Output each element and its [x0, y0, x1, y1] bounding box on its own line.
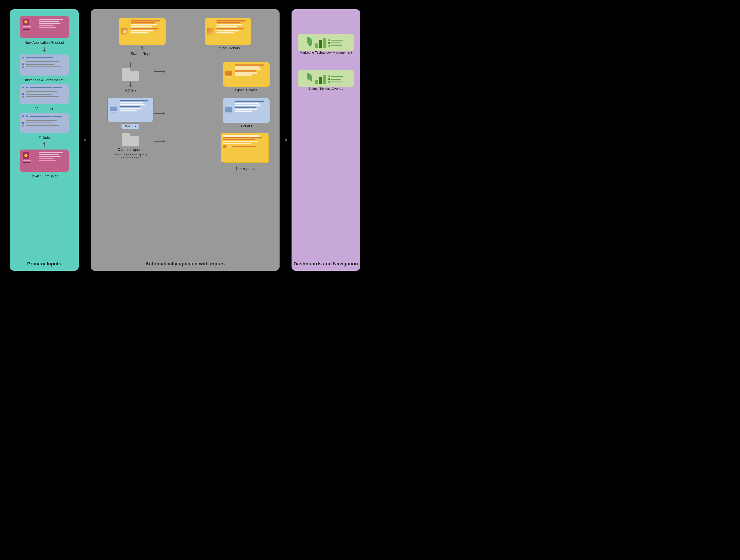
metrics-item: Metrics	[107, 98, 154, 129]
arrow-up-to-status	[129, 62, 132, 67]
new-app-request-card	[20, 16, 69, 38]
instances-agreements-label: Instances & Agreements	[25, 78, 64, 82]
marketing-tech-label: Marketing Technology Management	[298, 50, 354, 54]
marketing-pie-chart	[301, 37, 312, 48]
vendor-list-card	[20, 84, 69, 104]
metrics-card	[107, 98, 154, 122]
fourteen-reports-item: 14+ reports	[221, 133, 270, 171]
critical-tickets-card	[205, 18, 251, 45]
overlap-item: Overlap reports (Overlapping tools and a…	[107, 133, 154, 158]
overlap-reports-sublabel: (Overlapping tools and apps by function …	[113, 153, 148, 158]
overlap-legend-item-3	[328, 81, 343, 83]
fourteen-reports-label: 14+ reports	[236, 166, 255, 171]
overlap-legend-line-3	[331, 82, 342, 82]
bar-5	[319, 77, 322, 84]
status-tickets-overlap-card	[298, 70, 354, 87]
ticket-submission-item: Ticket Submission	[20, 149, 69, 178]
admin-label: Admin	[125, 88, 136, 93]
left-tickets-item: Tickets	[20, 113, 69, 140]
new-app-request-item: New Application Request	[20, 16, 69, 45]
critical-tickets-label: Critical Tickets	[216, 46, 240, 50]
overlap-legend-dot-3	[328, 81, 330, 83]
overlap-legend-item-2	[328, 78, 343, 80]
legend-dot-2	[328, 42, 330, 44]
ticket-submission-label: Ticket Submission	[30, 174, 59, 178]
arrow-down-admin	[129, 82, 132, 87]
overlap-folder-icon	[122, 133, 139, 146]
status-report-label: Status Report	[131, 51, 154, 56]
left-panel: New Application Request	[10, 9, 79, 271]
marketing-tech-item: Marketing Technology Management	[298, 34, 354, 54]
legend-item-1	[328, 39, 343, 41]
overlap-pie-chart	[301, 73, 312, 84]
legend-dot-1	[328, 39, 330, 41]
arrow-up-1	[43, 142, 46, 147]
bar-1	[314, 43, 318, 48]
left-panel-label: Primary Inputs	[10, 261, 79, 267]
bar-4	[314, 80, 318, 84]
ticket-submission-card	[20, 149, 69, 172]
right-panel: Marketing Technology Management	[291, 9, 360, 271]
center-panel: Status Report	[91, 9, 280, 271]
legend-line-3	[331, 45, 342, 46]
overlap-legend	[328, 75, 343, 83]
left-tickets-card	[20, 113, 69, 133]
overlap-legend-line-1	[331, 76, 343, 77]
bar-3	[323, 38, 326, 48]
legend-dot-3	[328, 45, 330, 47]
critical-tickets-item: Critical Tickets	[205, 18, 251, 56]
admin-folder-icon	[122, 68, 139, 81]
legend-line-1	[331, 40, 343, 40]
center-tickets-item: Tickets	[223, 98, 270, 128]
open-tickets-item: Open Tickets	[223, 62, 270, 92]
bar-2	[319, 40, 322, 48]
marketing-tech-card	[298, 34, 354, 51]
left-center-arrow	[83, 9, 87, 271]
center-right-arrow	[284, 9, 287, 271]
center-content: Status Report	[96, 16, 274, 257]
center-panel-label: Automatically updated with inputs	[91, 261, 280, 267]
vendor-list-label: Vendor List	[35, 107, 53, 111]
center-tickets-label: Tickets	[240, 124, 252, 128]
vendor-list-item: Vendor List	[20, 84, 69, 111]
overlap-legend-dot-1	[328, 75, 330, 77]
main-container: New Application Request	[6, 5, 365, 275]
overlap-bar-chart	[314, 73, 326, 84]
arrow-down-1	[43, 47, 46, 52]
new-app-request-label: New Application Request	[25, 41, 64, 45]
left-tickets-label: Tickets	[38, 136, 50, 140]
status-report-item: Status Report	[119, 18, 166, 56]
overlap-legend-dot-2	[328, 78, 330, 80]
marketing-bar-chart	[314, 37, 326, 48]
open-tickets-label: Open Tickets	[235, 88, 257, 92]
metrics-row: Metrics	[96, 98, 274, 129]
open-tickets-card	[223, 62, 270, 87]
instances-agreements-card	[20, 54, 69, 76]
admin-to-open-arrow	[154, 70, 223, 73]
admin-row: Admin	[96, 60, 274, 95]
legend-item-2	[328, 42, 343, 44]
metrics-label: Metrics	[121, 123, 140, 129]
status-tickets-overlap-label: Status, Tickets, Overlap	[298, 87, 354, 90]
legend-line-2	[331, 42, 341, 43]
overlap-legend-line-2	[331, 79, 341, 80]
status-report-card	[119, 18, 166, 45]
metrics-to-tickets-arrow	[154, 112, 223, 115]
arrow-up-status	[141, 46, 144, 50]
overlap-legend-item-1	[328, 75, 343, 77]
admin-item: Admin	[107, 62, 154, 93]
status-tickets-overlap-item: Status, Tickets, Overlap	[298, 70, 354, 90]
fourteen-reports-card	[221, 133, 270, 165]
right-panel-label: Dashboards and Navigation	[291, 261, 360, 267]
top-reports-row: Status Report	[96, 16, 274, 56]
center-tickets-card	[223, 98, 270, 123]
legend-item-3	[328, 45, 343, 47]
overlap-row: Overlap reports (Overlapping tools and a…	[96, 133, 274, 171]
overlap-reports-label: Overlap reports	[117, 147, 144, 152]
instances-agreements-item: Instances & Agreements	[20, 54, 69, 82]
bar-6	[323, 75, 326, 84]
marketing-legend	[328, 39, 343, 47]
overlap-to-14-arrow	[154, 140, 221, 143]
